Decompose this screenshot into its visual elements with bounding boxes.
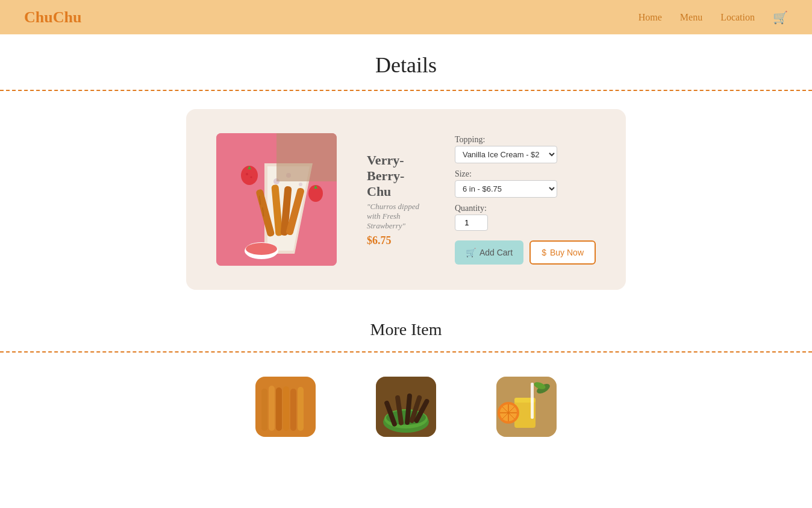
quantity-group: Quantity: — [455, 204, 596, 231]
product-info: Verry-Berry-Chu "Churros dipped with Fre… — [367, 152, 425, 247]
product-image — [216, 133, 337, 266]
svg-point-15 — [251, 177, 252, 178]
header: ChuChu Home Menu Location 🛒 — [0, 0, 812, 34]
product-description: "Churros dipped with Fresh Strawberry" — [367, 202, 425, 231]
product-price: $6.75 — [367, 234, 425, 247]
page-title: Details — [0, 52, 812, 78]
options-section: Topping: Vanilla Ice Cream - $2 Chocolat… — [455, 135, 596, 265]
top-divider — [0, 90, 812, 91]
svg-point-14 — [246, 173, 248, 175]
cart-icon[interactable]: 🛒 — [773, 10, 788, 25]
page-title-section: Details — [0, 34, 812, 84]
add-cart-button[interactable]: 🛒 Add Cart — [455, 240, 523, 265]
dollar-icon: $ — [542, 248, 546, 257]
topping-label: Topping: Vanilla Ice Cream - $2 Chocolat… — [455, 135, 596, 163]
detail-wrapper: Verry-Berry-Chu "Churros dipped with Fre… — [0, 103, 812, 308]
nav-location[interactable]: Location — [720, 12, 755, 23]
buy-now-button[interactable]: $ Buy Now — [529, 240, 596, 265]
svg-point-19 — [246, 243, 277, 255]
thumbnail-churros-dark[interactable] — [376, 377, 436, 437]
thumbnails-row — [0, 365, 812, 461]
more-items-title: More Item — [0, 320, 812, 339]
svg-rect-30 — [255, 377, 316, 437]
detail-card: Verry-Berry-Chu "Churros dipped with Fre… — [186, 109, 626, 290]
svg-rect-20 — [276, 133, 337, 181]
cart-icon-btn: 🛒 — [466, 248, 476, 257]
bottom-divider — [0, 351, 812, 353]
thumbnail-juice[interactable] — [496, 377, 557, 437]
topping-select[interactable]: Vanilla Ice Cream - $2 Chocolate - $1 Ca… — [455, 146, 557, 163]
product-name: Verry-Berry-Chu — [367, 152, 425, 199]
thumbnail-churros-golden[interactable] — [255, 377, 316, 437]
quantity-input[interactable] — [455, 215, 488, 231]
size-select[interactable]: 6 in - $6.75 9 in - $9.00 12 in - $12.00 — [455, 180, 557, 198]
more-items-section: More Item — [0, 308, 812, 345]
logo[interactable]: ChuChu — [24, 8, 81, 27]
nav-menu[interactable]: Menu — [680, 12, 702, 23]
svg-point-5 — [299, 183, 302, 186]
svg-rect-45 — [531, 383, 534, 419]
action-buttons: 🛒 Add Cart $ Buy Now — [455, 240, 596, 265]
nav-home[interactable]: Home — [639, 12, 662, 23]
main-nav: Home Menu Location 🛒 — [639, 10, 788, 25]
size-group: Size: 6 in - $6.75 9 in - $9.00 12 in - … — [455, 169, 596, 198]
